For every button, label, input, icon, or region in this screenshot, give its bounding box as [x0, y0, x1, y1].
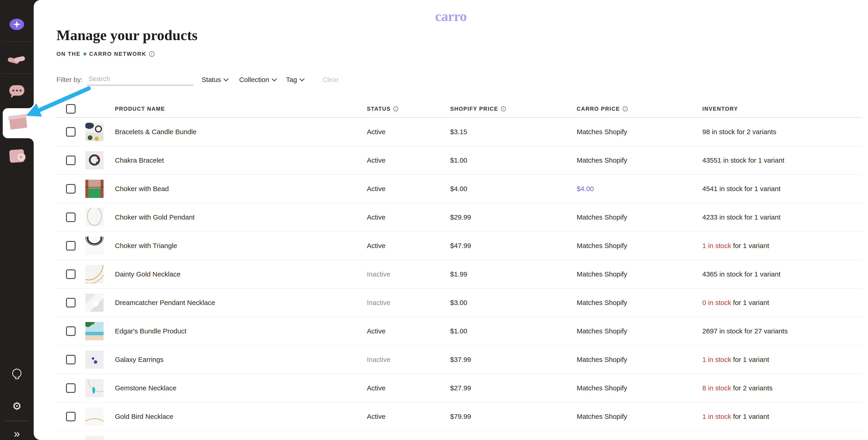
sidebar-item-messages[interactable]	[0, 80, 34, 101]
help-ideas-button[interactable]	[0, 366, 34, 381]
shopify-price: $37.99	[450, 346, 471, 374]
table-row[interactable]: Galaxy Earrings Inactive $37.99 Matches …	[55, 346, 862, 374]
table-row[interactable]: Edgar's Bundle Product Active $1.00 Matc…	[55, 317, 862, 346]
row-checkbox[interactable]	[66, 326, 75, 336]
sparkle-button[interactable]	[9, 19, 24, 30]
shopify-price: $29.99	[450, 203, 471, 231]
status-label: Active	[367, 203, 385, 231]
table-body: Bracelets & Candle Bundle Active $3.15 M…	[55, 118, 862, 440]
table-row[interactable]: Choker with Gold Pendant Active $29.99 M…	[55, 203, 862, 232]
table-row[interactable]: Choker with Bead Active $4.00 $4.00 4541…	[55, 175, 862, 203]
settings-button[interactable]: ⚙	[0, 398, 34, 414]
filter-bar: Filter by: Status Collection Tag Clear	[57, 72, 859, 87]
product-thumbnail	[85, 436, 103, 440]
sidebar-divider	[2, 41, 31, 42]
inventory-stock: 1 in stock	[702, 242, 731, 250]
subtitle: ON THE CARRO NETWORK i	[57, 51, 155, 57]
row-checkbox[interactable]	[66, 212, 75, 222]
product-thumbnail	[85, 294, 103, 312]
select-all-checkbox[interactable]	[66, 104, 75, 114]
sidebar-item-products-active[interactable]	[3, 108, 34, 138]
sidebar: + ⚙ »	[0, 0, 34, 440]
inventory-stock: 1 in stock	[702, 413, 731, 420]
product-thumbnail	[85, 208, 103, 226]
info-icon[interactable]: i	[623, 106, 628, 111]
main-panel: carro Manage your products ON THE CARRO …	[34, 0, 868, 440]
carro-price: Matches Shopify	[577, 232, 627, 260]
row-checkbox[interactable]	[66, 155, 75, 165]
row-checkbox[interactable]	[66, 298, 75, 307]
table-row[interactable]: Dainty Gold Necklace Inactive $1.99 Matc…	[55, 260, 862, 289]
row-checkbox[interactable]	[66, 127, 75, 137]
row-checkbox[interactable]	[66, 269, 75, 279]
product-name: Choker with Bead	[115, 175, 169, 203]
shopify-price: $79.99	[450, 403, 471, 431]
table-row[interactable]: Chakra Bracelet Active $1.00 Matches Sho…	[55, 146, 862, 175]
inventory: 3300 in stock for 1 variant	[702, 431, 781, 440]
inventory: 1 in stock for 1 variant	[702, 403, 769, 431]
inventory-stock: 4365 in stock	[702, 270, 743, 278]
table-row[interactable]: Gemstone Necklace Active $27.99 Matches …	[55, 374, 862, 403]
row-checkbox[interactable]	[66, 383, 75, 393]
collection-dropdown[interactable]: Collection	[239, 76, 276, 84]
status-label: Active	[367, 175, 385, 203]
inventory-stock: 43551 in stock	[702, 156, 746, 164]
inventory-suffix: for 27 variants	[743, 327, 788, 335]
row-checkbox[interactable]	[66, 184, 75, 194]
tag-dropdown[interactable]: Tag	[286, 76, 304, 84]
shopify-price: $54.00	[450, 431, 471, 440]
info-icon[interactable]: i	[393, 106, 398, 111]
clear-filters-button[interactable]: Clear	[322, 76, 339, 84]
sparkle-icon	[13, 21, 21, 28]
product-thumbnail	[85, 151, 103, 170]
inventory: 4541 in stock for 1 variant	[702, 175, 781, 203]
medal-plus-icon: +	[16, 152, 26, 162]
inventory-suffix: for 1 variant	[743, 185, 781, 193]
subtitle-prefix: ON THE	[57, 51, 81, 57]
row-checkbox[interactable]	[66, 355, 75, 364]
table-row[interactable]: Dreamcatcher Pendant Necklace Inactive $…	[55, 289, 862, 317]
green-dot-icon	[83, 52, 87, 56]
carro-price: Matches Shopify	[577, 374, 627, 402]
info-icon[interactable]: i	[501, 106, 506, 111]
carro-price: Matches Shopify	[577, 346, 627, 374]
product-name: Edgar's Bundle Product	[115, 317, 186, 345]
status-label: Active	[367, 146, 385, 174]
inventory: 43551 in stock for 1 variant	[702, 146, 784, 174]
chevron-down-icon	[223, 76, 229, 82]
expand-sidebar-button[interactable]: »	[0, 427, 34, 440]
shopify-price: $3.00	[450, 289, 467, 317]
status-dropdown-label: Status	[202, 76, 221, 84]
product-thumbnail	[85, 180, 103, 198]
table-row[interactable]: Bracelets & Candle Bundle Active $3.15 M…	[55, 118, 862, 146]
inventory-stock: 1 in stock	[702, 356, 731, 363]
column-status: STATUSi	[367, 100, 398, 117]
status-label: Active	[367, 118, 385, 146]
status-dropdown[interactable]: Status	[202, 76, 228, 84]
shopify-price: $1.00	[450, 146, 467, 174]
info-icon[interactable]: i	[149, 51, 155, 57]
column-carro-price: CARRO PRICEi	[577, 100, 628, 117]
inventory-stock: 0 in stock	[702, 299, 731, 306]
carro-price: Matches Shopify	[577, 146, 627, 174]
product-name: Choker with Gold Pendant	[115, 203, 194, 231]
table-row[interactable]: Gold Elephant Earrings Active $54.00 Mat…	[55, 431, 862, 440]
product-thumbnail	[85, 123, 103, 141]
row-checkbox[interactable]	[66, 241, 75, 251]
carro-price[interactable]: $4.00	[577, 175, 594, 203]
shopify-price: $4.00	[450, 175, 467, 203]
product-name: Galaxy Earrings	[115, 346, 163, 374]
subtitle-network: CARRO NETWORK	[89, 51, 146, 57]
column-shopify-price: SHOPIFY PRICEi	[450, 100, 506, 117]
row-checkbox[interactable]	[66, 412, 75, 421]
sidebar-item-collections[interactable]: +	[0, 144, 34, 169]
inventory: 98 in stock for 2 variants	[702, 118, 776, 146]
table-row[interactable]: Choker with Triangle Active $47.99 Match…	[55, 232, 862, 260]
products-box-icon	[9, 117, 27, 130]
search-input[interactable]	[87, 74, 193, 85]
table-row[interactable]: Gold Bird Necklace Active $79.99 Matches…	[55, 403, 862, 431]
sidebar-item-partnerships[interactable]	[0, 49, 34, 70]
inventory: 4233 in stock for 1 variant	[702, 203, 781, 231]
sidebar-item-assistant[interactable]	[0, 18, 34, 31]
inventory-suffix: for 2 variants	[731, 384, 773, 392]
